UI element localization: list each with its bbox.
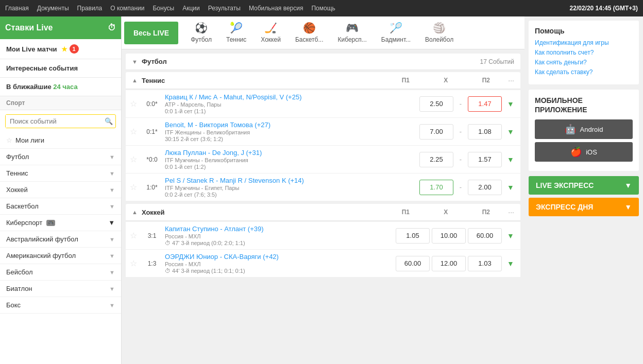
sidebar-item-my-leagues[interactable]: ☆ Мои лиги (0, 132, 121, 149)
tab-tennis[interactable]: 🎾 Теннис (220, 19, 252, 47)
odd-p1-button[interactable]: 1.05 (396, 228, 430, 244)
sidebar-item-baseball[interactable]: Бейсбол ▼ (0, 264, 121, 281)
odd-p1-button[interactable]: 2.25 (419, 152, 453, 167)
sidebar-24h[interactable]: В ближайшие 24 часа (0, 78, 121, 96)
match-title[interactable]: Люка Пуллан - De Jong, J (+31) (165, 149, 416, 157)
favorite-star-icon[interactable]: ☆ (130, 231, 139, 240)
favorite-star-icon[interactable]: ☆ (130, 258, 139, 268)
nav-rules[interactable]: Правила (77, 5, 103, 12)
match-info: ОЭРДЖИ Юниор - СКА-Варяги (+42) Россия -… (165, 253, 393, 274)
help-link-2[interactable]: Как снять деньги? (535, 59, 633, 66)
nav-mobile[interactable]: Мобильная версия (249, 5, 303, 12)
sidebar-item-hockey[interactable]: Хоккей ▼ (0, 182, 121, 198)
24h-link[interactable]: 24 часа (53, 83, 77, 91)
odd-p2-button[interactable]: 1.03 (468, 256, 502, 271)
nav-results[interactable]: Результаты (208, 5, 241, 12)
tab-cybersport[interactable]: 🎮 Киберсп... (331, 19, 373, 47)
match-title[interactable]: Pel S / Stanek R - Manji R / Stevenson K… (165, 177, 416, 184)
sidebar-item-football[interactable]: Футбол ▼ (0, 149, 121, 165)
odd-p2-button[interactable]: 2.00 (468, 180, 502, 195)
match-odds: 1.70 - 2.00 (419, 180, 502, 195)
match-row: ☆ 1:3 ОЭРДЖИ Юниор - СКА-Варяги (+42) Ро… (126, 250, 520, 277)
sidebar-item-boxing[interactable]: Бокс ▼ (0, 297, 121, 314)
search-input[interactable] (6, 115, 100, 128)
sidebar-tennis-label: Теннис (6, 169, 28, 177)
sidebar-boxing-label: Бокс (6, 301, 21, 309)
help-link-3[interactable]: Как сделать ставку? (535, 68, 633, 76)
ios-app-button[interactable]: 🍎 iOS (535, 142, 633, 162)
expand-match-icon[interactable]: ▼ (505, 155, 516, 164)
match-info: Люка Пуллан - De Jong, J (+31) ITF Мужчи… (165, 149, 416, 170)
android-app-button[interactable]: 🤖 Android (535, 119, 633, 139)
sidebar-interesting[interactable]: Интересные события (0, 59, 121, 78)
odd-p2-button[interactable]: 1.47 (468, 96, 502, 112)
favorite-star-icon[interactable]: ☆ (130, 99, 139, 109)
odd-x-button[interactable]: 10.00 (432, 228, 466, 244)
nav-docs[interactable]: Документы (37, 5, 69, 12)
tab-badminton[interactable]: 🏸 Бадминт... (375, 19, 417, 47)
favorite-star-icon[interactable]: ☆ (130, 154, 139, 164)
odd-p1-button[interactable]: 1.70 (419, 180, 453, 195)
sidebar-item-aussie-football[interactable]: Австралийский футбол ▼ (0, 231, 121, 248)
odd-p2-button[interactable]: 1.57 (468, 152, 502, 167)
all-live-button[interactable]: Весь LIVE (124, 22, 178, 44)
tab-volleyball[interactable]: 🏐 Волейбол (419, 19, 460, 47)
expand-match-icon[interactable]: ▼ (505, 183, 516, 192)
express-day-button[interactable]: ЭКСПРЕСС ДНЯ ▼ (529, 198, 639, 216)
odd-p1-button[interactable]: 60.00 (396, 256, 430, 271)
favorite-star-icon[interactable]: ☆ (130, 127, 139, 136)
sidebar-cybersport-label: Киберспорт (6, 219, 42, 227)
expand-match-icon[interactable]: ▼ (505, 128, 516, 136)
section-title-football: Футбол (142, 58, 167, 65)
odd-p2-button[interactable]: 60.00 (468, 228, 502, 244)
tab-hockey[interactable]: 🏒 Хоккей (255, 19, 287, 47)
sidebar-item-tennis[interactable]: Теннис ▼ (0, 165, 121, 182)
match-score: 1:3 (142, 260, 162, 267)
expand-match-icon[interactable]: ▼ (505, 100, 516, 108)
odd-x-button[interactable]: 12.00 (432, 256, 466, 271)
match-info: Benoit, M - Виктория Томова (+27) ITF Же… (165, 121, 416, 142)
volleyball-icon: 🏐 (433, 22, 446, 34)
nav-help[interactable]: Помощь (311, 5, 335, 12)
match-time: 0:0 1-й сет (1:2) (165, 164, 416, 170)
odd-p2-button[interactable]: 1.08 (468, 124, 502, 140)
match-title[interactable]: Кравиц К / Мис А - Mahut, N/Pospisil, V … (165, 93, 416, 101)
expand-match-icon[interactable]: ▼ (505, 232, 516, 240)
tab-football[interactable]: ⚽ Футбол (184, 19, 218, 47)
hockey-icon: 🏒 (264, 22, 277, 34)
collapse-tennis-icon[interactable]: ▲ (132, 77, 138, 83)
help-link-0[interactable]: Идентификация для игры (535, 39, 633, 46)
chevron-down-icon: ▼ (109, 154, 115, 160)
collapse-hockey-icon[interactable]: ▲ (132, 209, 138, 215)
odd-p1-button[interactable]: 2.50 (419, 96, 453, 112)
my-matches-badge: 1 (70, 44, 79, 54)
col-p2-hockey: П2 (468, 209, 504, 216)
match-title[interactable]: Benoit, M - Виктория Томова (+27) (165, 121, 416, 129)
tab-cybersport-label: Киберсп... (337, 36, 366, 43)
match-title[interactable]: ОЭРДЖИ Юниор - СКА-Варяги (+42) (165, 253, 393, 261)
sidebar-item-american-football[interactable]: Американский футбол ▼ (0, 248, 121, 264)
match-time: 0:0 1-й сет (1:1) (165, 108, 416, 114)
right-sidebar: Помощь Идентификация для игры Как пополн… (524, 16, 643, 364)
nav-home[interactable]: Главная (5, 5, 29, 12)
help-link-1[interactable]: Как пополнить счет? (535, 49, 633, 56)
live-express-button[interactable]: LIVE ЭКСПРЕСС ▼ (529, 176, 639, 195)
match-title[interactable]: Капитан Ступино - Атлант (+39) (165, 225, 393, 233)
collapse-icon[interactable]: ▼ (132, 59, 138, 65)
help-box: Помощь Идентификация для игры Как пополн… (529, 21, 639, 84)
sidebar-item-biathlon[interactable]: Биатлон ▼ (0, 281, 121, 297)
tab-basketball[interactable]: 🏀 Баскетб... (289, 19, 330, 47)
nav-promo[interactable]: Акции (182, 5, 200, 12)
odd-p1-button[interactable]: 7.00 (419, 124, 453, 140)
sidebar-my-matches[interactable]: Мои Live матчи ★ 1 (0, 39, 121, 59)
nav-about[interactable]: О компании (110, 5, 144, 12)
nav-bonuses[interactable]: Бонусы (153, 5, 174, 12)
favorite-star-icon[interactable]: ☆ (130, 182, 139, 192)
match-row: ☆ 0:1* Benoit, M - Виктория Томова (+27)… (126, 118, 520, 146)
sidebar-item-basketball[interactable]: Баскетбол ▼ (0, 198, 121, 215)
expand-match-icon[interactable]: ▼ (505, 259, 516, 268)
section-header-tennis: ▲ Теннис П1 Х П2 ··· (126, 72, 520, 89)
sidebar-item-cybersport[interactable]: Киберспорт 🎮 ▼ (0, 215, 121, 231)
section-title-tennis: Теннис (142, 77, 165, 84)
search-icon[interactable]: 🔍 (100, 115, 117, 128)
